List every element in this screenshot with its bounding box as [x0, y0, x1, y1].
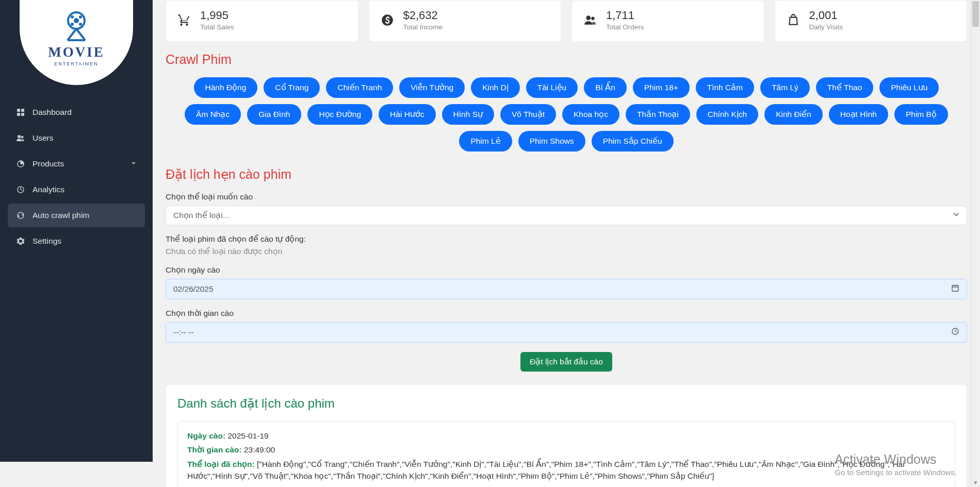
sidebar-item-settings[interactable]: Settings	[8, 229, 145, 253]
stat-label: Total Orders	[606, 23, 644, 31]
genre-pill[interactable]: Phim Bộ	[894, 104, 948, 125]
sidebar-item-label: Dashboard	[32, 108, 72, 117]
stat-card-orders: 1,711 Total Orders	[571, 0, 764, 42]
stat-value: 1,711	[606, 9, 644, 22]
genre-pill[interactable]: Gia Đình	[247, 104, 301, 125]
svg-rect-11	[17, 113, 20, 116]
scroll-down-arrow-icon[interactable]: ▼	[971, 478, 980, 487]
stat-value: 1,995	[200, 9, 234, 22]
schedule-time-line: Thời gian cào: 23:49:00	[187, 444, 945, 456]
chevron-down-icon	[130, 159, 137, 169]
svg-line-27	[955, 331, 957, 332]
genre-pill[interactable]: Bí Ẩn	[584, 77, 627, 98]
svg-point-2	[71, 15, 74, 19]
genre-pill[interactable]: Kinh Dị	[471, 77, 520, 98]
genre-pill[interactable]: Cổ Trang	[264, 77, 320, 98]
genre-pill[interactable]: Tâm Lý	[760, 77, 810, 98]
genre-pill[interactable]: Viễn Tưởng	[399, 77, 465, 98]
sidebar: MOVIE ENTERTAIMEN Dashboard Users	[0, 0, 153, 462]
svg-rect-10	[21, 109, 24, 112]
sidebar-item-products[interactable]: Products	[8, 152, 145, 176]
nav: Dashboard Users Products	[0, 100, 153, 253]
sidebar-item-analytics[interactable]: Analytics	[8, 178, 145, 201]
date-label: Chọn ngày cào	[166, 265, 967, 275]
svg-point-3	[79, 15, 82, 19]
selected-genres-label: Thể loại phim đã chọn để cào tự động:	[166, 234, 967, 244]
logo-icon	[58, 11, 94, 42]
logo: MOVIE ENTERTAIMEN	[20, 0, 133, 85]
genre-pill[interactable]: Âm Nhạc	[185, 104, 241, 125]
genre-pill[interactable]: Hành Động	[194, 77, 258, 98]
genre-pill[interactable]: Phiêu Lưu	[879, 77, 939, 98]
schedule-genres-value: ["Hành Động","Cổ Trang","Chiến Tranh","V…	[187, 460, 905, 480]
genre-pill[interactable]: Phim Shows	[518, 131, 585, 152]
svg-point-1	[74, 18, 79, 23]
genre-pill[interactable]: Thần Thoại	[626, 104, 690, 125]
main-content: 1,995 Total Sales $2,632 Total Income	[153, 0, 980, 487]
logo-wrap: MOVIE ENTERTAIMEN	[0, 0, 153, 100]
genre-pill-container: Hành ĐộngCổ TrangChiến TranhViễn TưởngKi…	[166, 77, 967, 152]
auto-icon	[16, 211, 25, 220]
genre-pill[interactable]: Kinh Điển	[764, 104, 823, 125]
genre-pill[interactable]: Khoa học	[562, 104, 619, 125]
time-label: Chọn thời gian cào	[166, 309, 967, 318]
genre-pill[interactable]: Phim Sắp Chiếu	[592, 131, 674, 152]
stat-label: Total Income	[403, 23, 443, 31]
stat-label: Total Sales	[200, 23, 234, 31]
genre-pill[interactable]: Chính Kịch	[696, 104, 758, 125]
users-icon	[16, 133, 25, 143]
genre-pill[interactable]: Tài Liệu	[526, 77, 578, 98]
sidebar-item-users[interactable]: Users	[8, 126, 145, 150]
genre-pill[interactable]: Thể Thao	[816, 77, 873, 98]
date-group: Chọn ngày cào 02/26/2025	[166, 265, 967, 299]
genre-pill[interactable]: Tình Cảm	[696, 77, 754, 98]
stat-value: $2,632	[403, 9, 443, 22]
stat-label: Daily Visits	[809, 23, 843, 31]
dollar-icon	[381, 13, 394, 27]
gear-icon	[16, 237, 25, 246]
sidebar-item-label: Auto crawl phim	[32, 211, 89, 220]
genre-pill[interactable]: Phim Lẻ	[459, 131, 512, 152]
svg-point-13	[18, 135, 21, 138]
page-scrollbar[interactable]: ▲ ▼	[971, 0, 980, 487]
sidebar-item-auto-crawl[interactable]: Auto crawl phim	[8, 204, 145, 227]
schedule-date-value: 2025-01-19	[227, 431, 268, 440]
people-icon	[583, 13, 597, 27]
genre-pill[interactable]: Hình Sự	[442, 104, 494, 125]
date-value: 02/26/2025	[173, 284, 214, 294]
stat-card-sales: 1,995 Total Sales	[166, 0, 358, 42]
watermark-line2: Go to Settings to activate Windows.	[835, 468, 957, 477]
scrollbar-thumb[interactable]	[972, 1, 979, 27]
schedule-time-value: 23:49:00	[244, 445, 275, 454]
products-icon	[16, 159, 25, 169]
logo-title: MOVIE	[48, 44, 105, 60]
schedule-date-line: Ngày cào: 2025-01-19	[187, 430, 945, 442]
genre-pill[interactable]: Võ Thuật	[500, 104, 556, 125]
svg-point-14	[21, 136, 24, 139]
svg-line-6	[68, 29, 76, 40]
time-input[interactable]: --:-- --	[166, 322, 967, 343]
genre-pill[interactable]: Phim 18+	[633, 77, 690, 98]
svg-point-5	[79, 23, 82, 26]
genre-select[interactable]: Chọn thể loại...	[166, 206, 967, 225]
genre-pill[interactable]: Chiến Tranh	[326, 77, 393, 98]
submit-schedule-button[interactable]: Đặt lịch bắt đầu cào	[520, 352, 612, 372]
svg-rect-9	[17, 109, 20, 112]
schedule-date-label: Ngày cào:	[187, 431, 225, 440]
sidebar-item-label: Analytics	[32, 185, 64, 194]
dashboard-icon	[16, 108, 25, 117]
genre-select-label: Chọn thể loại muốn cào	[166, 192, 967, 201]
svg-rect-21	[952, 286, 958, 291]
sidebar-item-dashboard[interactable]: Dashboard	[8, 100, 145, 124]
schedule-list-title: Danh sách đặt lịch cào phim	[177, 396, 955, 411]
genre-pill[interactable]: Học Đường	[307, 104, 372, 125]
genre-pill[interactable]: Hoạt Hình	[829, 104, 888, 125]
genre-pill[interactable]: Hài Hước	[379, 104, 436, 125]
date-input[interactable]: 02/26/2025	[166, 279, 967, 299]
time-group: Chọn thời gian cào --:-- --	[166, 309, 967, 343]
svg-line-18	[21, 190, 22, 191]
schedule-title: Đặt lịch hẹn cào phim	[166, 167, 967, 182]
activate-windows-watermark: Activate Windows Go to Settings to activ…	[835, 452, 957, 477]
analytics-icon	[16, 185, 25, 194]
sidebar-item-label: Users	[32, 133, 53, 143]
